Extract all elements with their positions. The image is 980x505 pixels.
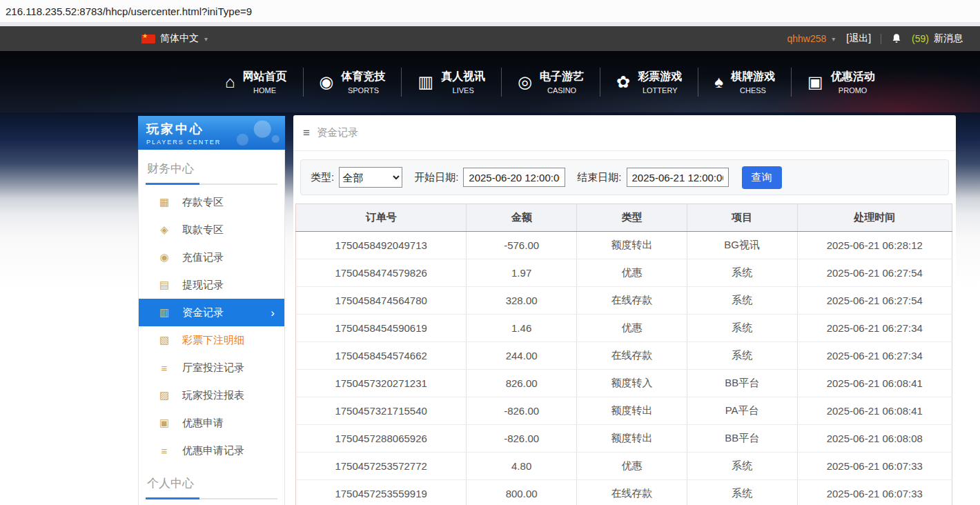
table-cell: 系统: [687, 259, 797, 287]
nav-label-en: HOME: [243, 86, 287, 95]
withdrawal-record-icon: ▤: [157, 279, 171, 291]
nav-label-zh: 电子游艺: [540, 70, 584, 84]
sidebar-item-deposit-zone[interactable]: ▦存款专区: [139, 188, 284, 216]
sidebar-item-promo-apply[interactable]: ▣优惠申请: [139, 409, 284, 437]
sports-icon: ◉: [320, 74, 334, 90]
table-cell: 额度转出: [577, 397, 687, 425]
table-cell: 826.00: [467, 370, 577, 397]
lives-icon: ▥: [418, 74, 433, 90]
table-cell: 优惠: [577, 315, 687, 342]
nav-item-labels: 网站首页HOME: [243, 70, 287, 95]
table-cell: 系统: [687, 453, 797, 480]
sidebar-item-withdraw-zone[interactable]: ◈取款专区: [139, 216, 284, 244]
filter-bar: 类型: 全部 开始日期: 结束日期: 查询: [300, 159, 949, 195]
nav-item-lottery[interactable]: ✿彩票游戏LOTTERY: [600, 70, 698, 95]
sidebar-item-label: 彩票下注明细: [182, 334, 244, 347]
nav-item-promo[interactable]: ▣优惠活动PROMO: [792, 70, 891, 95]
start-date-input[interactable]: [463, 168, 565, 187]
end-date-input[interactable]: [627, 168, 729, 187]
table-cell: 系统: [687, 480, 797, 505]
username-menu[interactable]: qhhw258: [787, 33, 826, 44]
table-row: 1750457320271231826.00额度转入BB平台2025-06-21…: [296, 370, 952, 397]
nav-label-en: CHESS: [731, 86, 775, 95]
recharge-record-icon: ◉: [157, 251, 171, 264]
sidebar-item-withdrawal-record[interactable]: ▤提现记录: [139, 271, 284, 299]
table-cell: 2025-06-21 06:28:12: [797, 232, 952, 259]
hall-bet-record-icon: ≡: [157, 362, 171, 374]
nav-item-labels: 真人视讯LIVES: [441, 70, 485, 95]
sidebar-item-hall-bet-record[interactable]: ≡厅室投注记录: [139, 354, 284, 382]
table-row: 17504584545906191.46优惠系统2025-06-21 06:27…: [296, 315, 952, 342]
table-cell: 1.97: [467, 259, 577, 287]
page-title: 资金记录: [317, 126, 358, 139]
table-cell: PA平台: [687, 397, 797, 425]
bell-icon[interactable]: [891, 33, 902, 44]
table-cell: BG视讯: [687, 232, 797, 259]
nav-label-en: CASINO: [540, 86, 584, 95]
table-cell: 在线存款: [577, 480, 687, 505]
language-label: 简体中文: [160, 32, 199, 45]
table-cell: 328.00: [467, 287, 577, 315]
home-icon: ⌂: [225, 74, 235, 90]
column-header: 金额: [467, 204, 577, 232]
nav-label-zh: 网站首页: [243, 70, 287, 84]
lottery-icon: ✿: [616, 74, 630, 90]
sidebar: 玩家中心 PLAYERS CENTER 财务中心 ▦存款专区◈取款专区◉充值记录…: [138, 116, 285, 505]
table-cell: 1750457288065926: [296, 425, 467, 453]
type-select[interactable]: 全部: [339, 167, 402, 188]
table-cell: BB平台: [687, 425, 797, 453]
table-cell: 4.80: [467, 453, 577, 480]
nav-item-chess[interactable]: ♠棋牌游戏CHESS: [698, 70, 791, 95]
table-cell: 2025-06-21 06:27:54: [797, 259, 952, 287]
nav-label-en: LOTTERY: [638, 86, 682, 95]
table-cell: 2025-06-21 06:08:41: [797, 370, 952, 397]
table-cell: 800.00: [467, 480, 577, 505]
sidebar-menu-finance: ▦存款专区◈取款专区◉充值记录▤提现记录▥资金记录›▧彩票下注明细≡厅室投注记录…: [139, 188, 284, 464]
section-heading-finance: 财务中心: [139, 150, 284, 177]
nav-item-labels: 彩票游戏LOTTERY: [638, 70, 682, 95]
sidebar-item-lottery-bet-detail[interactable]: ▧彩票下注明细: [139, 326, 284, 354]
chevron-down-icon[interactable]: ▾: [832, 35, 835, 43]
table-cell: 额度转出: [577, 232, 687, 259]
china-flag-icon: ★: [141, 34, 155, 43]
nav-item-labels: 体育竞技SPORTS: [341, 70, 385, 95]
table-cell: 在线存款: [577, 342, 687, 370]
sidebar-item-label: 优惠申请: [182, 417, 224, 430]
nav-label-zh: 真人视讯: [441, 70, 485, 84]
sidebar-item-promo-apply-record[interactable]: ≡优惠申请记录: [139, 437, 284, 464]
sidebar-item-label: 优惠申请记录: [182, 444, 244, 457]
table-cell: 1750458474564780: [296, 287, 467, 315]
nav-item-sports[interactable]: ◉体育竞技SPORTS: [304, 70, 402, 95]
sidebar-item-player-bet-report[interactable]: ▨玩家投注报表: [139, 382, 284, 409]
language-selector[interactable]: ★ 简体中文 ▾: [141, 32, 208, 45]
sidebar-item-recharge-record[interactable]: ◉充值记录: [139, 244, 284, 271]
column-header: 订单号: [296, 204, 467, 232]
new-messages-link[interactable]: 新消息: [934, 32, 963, 45]
nav-item-home[interactable]: ⌂网站首页HOME: [209, 70, 303, 95]
chevron-down-icon: ▾: [204, 35, 208, 43]
promo-apply-icon: ▣: [157, 417, 171, 429]
table-row: 1750457253559919800.00在线存款系统2025-06-21 0…: [296, 480, 952, 505]
sidebar-menu: 财务中心 ▦存款专区◈取款专区◉充值记录▤提现记录▥资金记录›▧彩票下注明细≡厅…: [138, 150, 285, 505]
table-cell: 系统: [687, 287, 797, 315]
sidebar-item-funds-record[interactable]: ▥资金记录›: [139, 299, 284, 326]
table-row: 17504572535727724.80优惠系统2025-06-21 06:07…: [296, 453, 952, 480]
table-cell: 1750457253559919: [296, 480, 467, 505]
sidebar-item-label: 玩家投注报表: [182, 389, 244, 402]
table-cell: 额度转出: [577, 425, 687, 453]
funds-record-icon: ▥: [157, 306, 171, 319]
table-cell: 优惠: [577, 259, 687, 287]
divider: [881, 34, 881, 44]
column-header: 处理时间: [797, 204, 952, 232]
nav-item-lives[interactable]: ▥真人视讯LIVES: [402, 70, 501, 95]
table-cell: 系统: [687, 342, 797, 370]
browser-address-bar[interactable]: 216.118.235.52:8783/hhcp/usercenter.html…: [0, 0, 980, 22]
page-url: 216.118.235.52:8783/hhcp/usercenter.html…: [6, 6, 252, 17]
table-cell: -576.00: [467, 232, 577, 259]
end-date-label: 结束日期:: [577, 171, 621, 184]
game-controller-decoration: [227, 117, 282, 148]
nav-item-casino[interactable]: ◎电子游艺CASINO: [502, 70, 600, 95]
search-button[interactable]: 查询: [742, 166, 782, 189]
logout-link[interactable]: [退出]: [846, 32, 871, 45]
sidebar-item-label: 提现记录: [182, 279, 224, 292]
